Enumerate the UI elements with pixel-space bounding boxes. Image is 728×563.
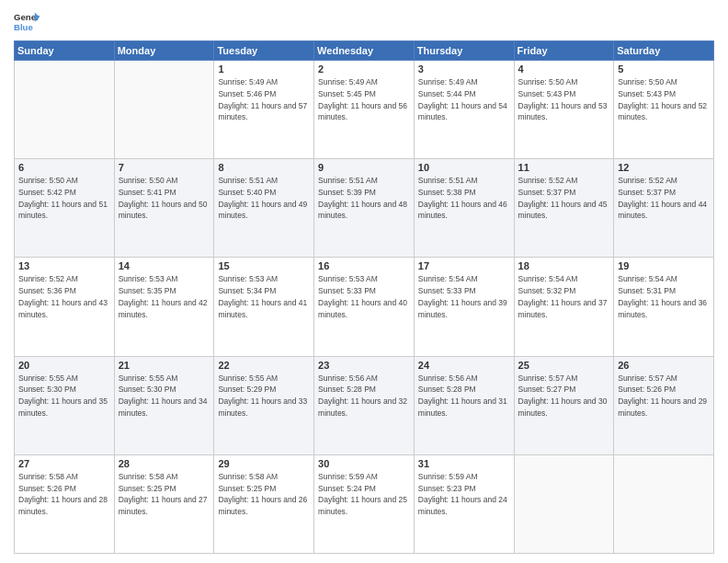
weekday-header-saturday: Saturday (614, 41, 714, 61)
day-number: 30 (318, 458, 410, 469)
day-number: 29 (218, 458, 310, 469)
calendar-cell: 24Sunrise: 5:56 AMSunset: 5:28 PMDayligh… (414, 356, 514, 454)
calendar-cell: 10Sunrise: 5:51 AMSunset: 5:38 PMDayligh… (414, 159, 514, 258)
day-number: 9 (318, 162, 410, 173)
calendar-cell: 19Sunrise: 5:54 AMSunset: 5:31 PMDayligh… (614, 258, 714, 356)
day-number: 15 (218, 260, 310, 271)
calendar-cell: 31Sunrise: 5:59 AMSunset: 5:23 PMDayligh… (414, 454, 514, 553)
day-number: 24 (418, 360, 510, 371)
day-info: Sunrise: 5:56 AMSunset: 5:28 PMDaylight:… (318, 373, 410, 419)
day-info: Sunrise: 5:57 AMSunset: 5:26 PMDaylight:… (618, 373, 710, 419)
day-info: Sunrise: 5:49 AMSunset: 5:45 PMDaylight:… (318, 76, 410, 123)
day-number: 28 (119, 458, 210, 469)
calendar-cell (614, 454, 714, 553)
day-info: Sunrise: 5:51 AMSunset: 5:38 PMDaylight:… (418, 175, 510, 222)
day-info: Sunrise: 5:52 AMSunset: 5:37 PMDaylight:… (618, 175, 710, 222)
week-row-5: 27Sunrise: 5:58 AMSunset: 5:26 PMDayligh… (15, 454, 714, 553)
calendar-cell: 5Sunrise: 5:50 AMSunset: 5:43 PMDaylight… (614, 61, 714, 159)
day-info: Sunrise: 5:50 AMSunset: 5:42 PMDaylight:… (18, 175, 110, 222)
calendar-cell (514, 454, 614, 553)
calendar-cell: 1Sunrise: 5:49 AMSunset: 5:46 PMDaylight… (214, 61, 314, 159)
day-info: Sunrise: 5:51 AMSunset: 5:40 PMDaylight:… (218, 175, 310, 222)
day-number: 13 (18, 260, 110, 271)
calendar-cell: 18Sunrise: 5:54 AMSunset: 5:32 PMDayligh… (514, 258, 614, 356)
calendar-cell: 8Sunrise: 5:51 AMSunset: 5:40 PMDaylight… (214, 159, 314, 258)
calendar-cell: 11Sunrise: 5:52 AMSunset: 5:37 PMDayligh… (514, 159, 614, 258)
day-number: 10 (418, 162, 510, 173)
calendar-cell: 17Sunrise: 5:54 AMSunset: 5:33 PMDayligh… (414, 258, 514, 356)
weekday-header-wednesday: Wednesday (314, 41, 415, 61)
day-info: Sunrise: 5:59 AMSunset: 5:23 PMDaylight:… (418, 471, 510, 518)
day-info: Sunrise: 5:56 AMSunset: 5:28 PMDaylight:… (418, 373, 510, 419)
day-info: Sunrise: 5:50 AMSunset: 5:43 PMDaylight:… (618, 76, 710, 123)
day-number: 19 (618, 260, 710, 271)
day-number: 11 (518, 162, 610, 173)
calendar-cell: 28Sunrise: 5:58 AMSunset: 5:25 PMDayligh… (114, 454, 214, 553)
day-number: 26 (618, 360, 710, 371)
weekday-header-row: SundayMondayTuesdayWednesdayThursdayFrid… (15, 41, 714, 61)
svg-text:Blue: Blue (14, 22, 33, 32)
week-row-3: 13Sunrise: 5:52 AMSunset: 5:36 PMDayligh… (15, 258, 714, 356)
day-info: Sunrise: 5:49 AMSunset: 5:46 PMDaylight:… (218, 76, 310, 123)
day-info: Sunrise: 5:57 AMSunset: 5:27 PMDaylight:… (518, 373, 610, 419)
week-row-2: 6Sunrise: 5:50 AMSunset: 5:42 PMDaylight… (15, 159, 714, 258)
calendar-cell: 23Sunrise: 5:56 AMSunset: 5:28 PMDayligh… (314, 356, 415, 454)
weekday-header-sunday: Sunday (15, 41, 115, 61)
weekday-header-friday: Friday (514, 41, 614, 61)
calendar-cell (114, 61, 214, 159)
calendar-cell: 3Sunrise: 5:49 AMSunset: 5:44 PMDaylight… (414, 61, 514, 159)
day-number: 2 (318, 63, 410, 75)
week-row-1: 1Sunrise: 5:49 AMSunset: 5:46 PMDaylight… (15, 61, 714, 159)
day-number: 27 (18, 458, 110, 469)
calendar-cell: 9Sunrise: 5:51 AMSunset: 5:39 PMDaylight… (314, 159, 415, 258)
day-info: Sunrise: 5:52 AMSunset: 5:36 PMDaylight:… (18, 273, 110, 320)
day-number: 21 (119, 360, 210, 371)
weekday-header-thursday: Thursday (414, 41, 514, 61)
calendar-cell: 4Sunrise: 5:50 AMSunset: 5:43 PMDaylight… (514, 61, 614, 159)
calendar-cell (15, 61, 115, 159)
logo: General Blue (14, 9, 40, 35)
day-number: 25 (518, 360, 610, 371)
calendar-cell: 7Sunrise: 5:50 AMSunset: 5:41 PMDaylight… (114, 159, 214, 258)
calendar-cell: 12Sunrise: 5:52 AMSunset: 5:37 PMDayligh… (614, 159, 714, 258)
week-row-4: 20Sunrise: 5:55 AMSunset: 5:30 PMDayligh… (15, 356, 714, 454)
day-number: 20 (18, 360, 110, 371)
calendar-cell: 14Sunrise: 5:53 AMSunset: 5:35 PMDayligh… (114, 258, 214, 356)
calendar-cell: 20Sunrise: 5:55 AMSunset: 5:30 PMDayligh… (15, 356, 115, 454)
weekday-header-tuesday: Tuesday (214, 41, 314, 61)
day-info: Sunrise: 5:52 AMSunset: 5:37 PMDaylight:… (518, 175, 610, 222)
logo-icon: General Blue (14, 9, 40, 35)
calendar-cell: 13Sunrise: 5:52 AMSunset: 5:36 PMDayligh… (15, 258, 115, 356)
calendar-cell: 30Sunrise: 5:59 AMSunset: 5:24 PMDayligh… (314, 454, 415, 553)
day-number: 16 (318, 260, 410, 271)
day-info: Sunrise: 5:54 AMSunset: 5:32 PMDaylight:… (518, 273, 610, 320)
day-info: Sunrise: 5:55 AMSunset: 5:30 PMDaylight:… (18, 373, 110, 419)
day-info: Sunrise: 5:55 AMSunset: 5:29 PMDaylight:… (218, 373, 310, 419)
day-number: 6 (18, 162, 110, 173)
day-info: Sunrise: 5:50 AMSunset: 5:43 PMDaylight:… (518, 76, 610, 123)
day-info: Sunrise: 5:58 AMSunset: 5:26 PMDaylight:… (18, 471, 110, 518)
day-info: Sunrise: 5:55 AMSunset: 5:30 PMDaylight:… (119, 373, 210, 419)
weekday-header-monday: Monday (114, 41, 214, 61)
day-number: 4 (518, 63, 610, 75)
calendar-cell: 2Sunrise: 5:49 AMSunset: 5:45 PMDaylight… (314, 61, 415, 159)
day-info: Sunrise: 5:49 AMSunset: 5:44 PMDaylight:… (418, 76, 510, 123)
page: General Blue SundayMondayTuesdayWednesda… (0, 0, 728, 563)
day-number: 8 (218, 162, 310, 173)
calendar-table: SundayMondayTuesdayWednesdayThursdayFrid… (14, 40, 714, 554)
day-number: 22 (218, 360, 310, 371)
day-info: Sunrise: 5:51 AMSunset: 5:39 PMDaylight:… (318, 175, 410, 222)
day-number: 7 (119, 162, 210, 173)
day-info: Sunrise: 5:53 AMSunset: 5:34 PMDaylight:… (218, 273, 310, 320)
calendar-cell: 22Sunrise: 5:55 AMSunset: 5:29 PMDayligh… (214, 356, 314, 454)
header: General Blue (14, 9, 714, 35)
day-number: 18 (518, 260, 610, 271)
day-number: 14 (119, 260, 210, 271)
day-number: 3 (418, 63, 510, 75)
day-info: Sunrise: 5:54 AMSunset: 5:31 PMDaylight:… (618, 273, 710, 320)
day-number: 23 (318, 360, 410, 371)
calendar-cell: 6Sunrise: 5:50 AMSunset: 5:42 PMDaylight… (15, 159, 115, 258)
day-info: Sunrise: 5:59 AMSunset: 5:24 PMDaylight:… (318, 471, 410, 518)
day-info: Sunrise: 5:53 AMSunset: 5:33 PMDaylight:… (318, 273, 410, 320)
day-number: 17 (418, 260, 510, 271)
